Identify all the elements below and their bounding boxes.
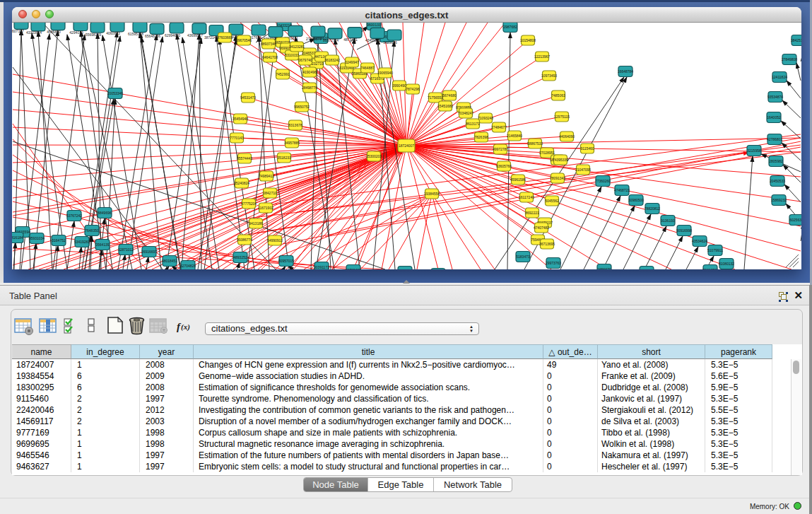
svg-text:34957885: 34957885	[284, 141, 300, 145]
svg-text:8692221: 8692221	[525, 211, 539, 215]
svg-text:9600133: 9600133	[367, 23, 381, 27]
svg-text:3215958: 3215958	[747, 148, 761, 153]
svg-text:29973763: 29973763	[546, 261, 561, 265]
svg-text:63605766: 63605766	[496, 164, 512, 168]
svg-text:94531473: 94531473	[240, 95, 256, 100]
svg-text:21465840: 21465840	[507, 134, 522, 138]
svg-text:7816184: 7816184	[12, 235, 23, 240]
svg-text:19065940: 19065940	[377, 71, 393, 75]
svg-text:10973493: 10973493	[541, 74, 557, 78]
svg-text:0842710: 0842710	[263, 191, 277, 195]
svg-text:10154808: 10154808	[520, 38, 536, 42]
svg-text:27889579: 27889579	[306, 37, 322, 41]
svg-text:43699577: 43699577	[187, 33, 203, 37]
svg-text:19384554: 19384554	[424, 192, 440, 196]
svg-text:7452991: 7452991	[276, 72, 290, 76]
svg-text:35454948: 35454948	[233, 117, 248, 121]
svg-text:9136193: 9136193	[661, 218, 675, 223]
svg-text:4190496: 4190496	[302, 70, 317, 74]
svg-text:47468723: 47468723	[614, 188, 630, 192]
svg-text:78820812: 78820812	[645, 206, 660, 211]
svg-text:47407482: 47407482	[534, 226, 549, 230]
svg-text:26916697: 26916697	[141, 250, 157, 254]
svg-text:62704828: 62704828	[180, 264, 196, 268]
svg-text:35240824: 35240824	[234, 181, 249, 185]
svg-text:71093248: 71093248	[478, 116, 493, 120]
svg-text:77360260: 77360260	[595, 179, 611, 183]
svg-text:38425135: 38425135	[791, 38, 801, 42]
svg-text:7826398: 7826398	[474, 135, 488, 139]
svg-text:7874296: 7874296	[406, 87, 420, 91]
svg-text:4873471: 4873471	[343, 37, 358, 42]
svg-text:8849696: 8849696	[98, 211, 112, 215]
svg-text:5183473: 5183473	[516, 255, 530, 259]
svg-text:0564139: 0564139	[95, 243, 110, 247]
svg-text:48018451: 48018451	[162, 259, 177, 263]
svg-text:90916998: 90916998	[676, 228, 692, 233]
svg-text:7464887: 7464887	[360, 66, 375, 70]
svg-text:3518233: 3518233	[277, 156, 291, 160]
svg-text:2987682: 2987682	[503, 25, 517, 29]
svg-text:12975115: 12975115	[554, 115, 570, 119]
svg-text:27484677: 27484677	[491, 125, 507, 129]
svg-text:3164752: 3164752	[52, 238, 66, 243]
svg-text:99386774: 99386774	[237, 238, 252, 242]
svg-text:4586850: 4586850	[47, 30, 61, 34]
svg-text:20053346: 20053346	[107, 91, 123, 95]
svg-text:15869232: 15869232	[771, 198, 787, 202]
svg-text:1607337: 1607337	[12, 29, 24, 33]
svg-text:3990490: 3990490	[392, 83, 406, 88]
svg-text:8613171: 8613171	[466, 122, 480, 126]
svg-text:30980500: 30980500	[628, 198, 644, 202]
svg-text:43455812: 43455812	[365, 38, 381, 42]
svg-text:53419283: 53419283	[74, 240, 90, 244]
svg-text:95931034: 95931034	[29, 236, 45, 240]
svg-text:12411824: 12411824	[772, 75, 787, 79]
svg-text:64641708: 64641708	[262, 55, 278, 59]
svg-text:72624731: 72624731	[702, 268, 718, 269]
svg-text:42786801: 42786801	[767, 137, 782, 141]
svg-text:0679740: 0679740	[298, 58, 312, 62]
svg-text:22782489: 22782489	[346, 268, 361, 269]
svg-text:7648350: 7648350	[85, 228, 99, 233]
svg-text:20450533: 20450533	[770, 179, 785, 183]
svg-text:1640052: 1640052	[767, 115, 781, 119]
svg-text:09670546: 09670546	[236, 38, 252, 42]
svg-text:45961586: 45961586	[510, 177, 526, 182]
svg-text:5674680: 5674680	[442, 93, 457, 98]
svg-text:61595148: 61595148	[128, 32, 143, 36]
svg-text:78091343: 78091343	[550, 176, 565, 180]
svg-text:36183242: 36183242	[324, 58, 340, 62]
svg-text:16117240: 16117240	[519, 195, 534, 199]
svg-text:18724007: 18724007	[399, 144, 414, 148]
svg-text:32871012: 32871012	[118, 247, 134, 252]
svg-text:30391171: 30391171	[314, 265, 329, 269]
svg-text:99650752: 99650752	[294, 105, 310, 109]
svg-text:36713695: 36713695	[539, 242, 555, 246]
svg-text:7485063: 7485063	[551, 93, 565, 98]
svg-text:11671902: 11671902	[258, 206, 273, 210]
svg-text:64990913: 64990913	[267, 238, 283, 243]
svg-text:9115460: 9115460	[580, 146, 594, 151]
svg-text:43534624: 43534624	[692, 239, 707, 243]
svg-text:2805982: 2805982	[769, 159, 783, 163]
svg-text:(x): (x)	[181, 322, 190, 332]
svg-text:80957015: 80957015	[278, 259, 294, 263]
svg-text:8313678: 8313678	[288, 123, 302, 127]
svg-text:5045562: 5045562	[545, 199, 559, 203]
svg-text:93534874: 93534874	[767, 95, 783, 99]
svg-text:85574443: 85574443	[237, 156, 252, 160]
svg-text:21047095: 21047095	[575, 168, 591, 172]
svg-text:43303654: 43303654	[26, 30, 42, 35]
svg-text:4893252: 4893252	[233, 255, 247, 259]
svg-text:5310033: 5310033	[285, 53, 299, 57]
svg-text:58867533: 58867533	[527, 141, 543, 146]
svg-text:1656670: 1656670	[597, 267, 611, 269]
svg-text:16648784: 16648784	[618, 69, 633, 74]
svg-text:15451680: 15451680	[437, 104, 453, 108]
svg-text:62994680: 62994680	[165, 33, 180, 37]
svg-text:3623166: 3623166	[383, 40, 397, 45]
svg-text:12213967: 12213967	[534, 54, 550, 59]
svg-text:28498776: 28498776	[302, 86, 317, 90]
svg-text:4060883: 4060883	[106, 31, 120, 35]
